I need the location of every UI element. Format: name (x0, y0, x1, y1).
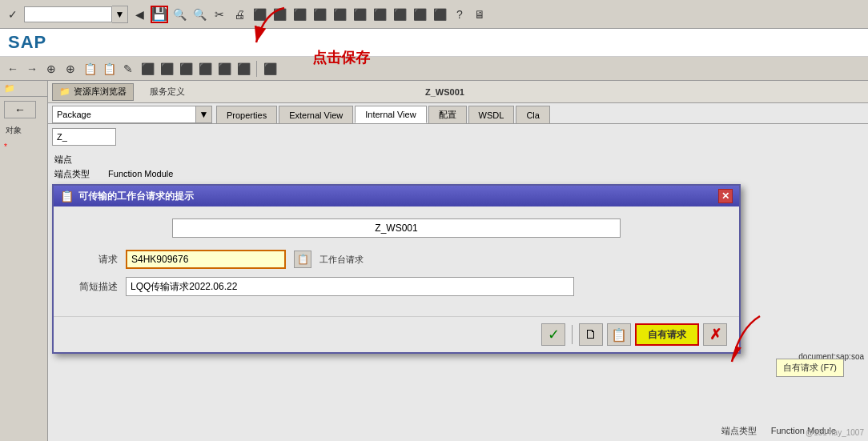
dialog-overlay: 📋 可传输的工作台请求的提示 ✕ Z_WS001 请求 S4HK909676 📋… (0, 0, 868, 441)
transport-dialog: 📋 可传输的工作台请求的提示 ✕ Z_WS001 请求 S4HK909676 📋… (52, 184, 741, 354)
dialog-request-input[interactable]: S4HK909676 (126, 250, 286, 269)
dialog-request-label: 请求 (70, 253, 118, 267)
dialog-name-input[interactable]: Z_WS001 (172, 218, 621, 238)
dialog-work-request-tag: 工作台请求 (319, 254, 364, 266)
dialog-title-icon: 📋 (60, 190, 74, 202)
dialog-body: Z_WS001 请求 S4HK909676 📋 工作台请求 简短描述 LQQ传输… (54, 206, 739, 316)
tooltip-box: 自有请求 (F7) (776, 359, 844, 377)
dialog-desc-row: 简短描述 LQQ传输请求2022.06.22 (70, 277, 723, 296)
dialog-request-row: 请求 S4HK909676 📋 工作台请求 (70, 250, 723, 269)
dialog-cancel-btn[interactable]: ✗ (703, 323, 727, 346)
dialog-close-button[interactable]: ✕ (718, 189, 733, 203)
dialog-copy2-btn[interactable]: 📋 (607, 323, 631, 346)
dialog-titlebar: 📋 可传输的工作台请求的提示 ✕ (54, 186, 739, 206)
dialog-own-request-btn[interactable]: 自有请求 (635, 323, 699, 346)
dialog-footer: ✓ 🗋 📋 自有请求 ✗ (54, 316, 739, 352)
dialog-name-row: Z_WS001 (70, 218, 723, 238)
footer-separator (572, 325, 573, 344)
dialog-copy1-btn[interactable]: 🗋 (579, 323, 603, 346)
dialog-desc-input[interactable]: LQQ传输请求2022.06.22 (126, 277, 574, 296)
dialog-title-text: 可传输的工作台请求的提示 (78, 190, 718, 203)
dialog-copy-button[interactable]: 📋 (294, 251, 311, 268)
dialog-desc-label: 简短描述 (70, 280, 118, 294)
dialog-confirm-btn[interactable]: ✓ (541, 323, 565, 346)
